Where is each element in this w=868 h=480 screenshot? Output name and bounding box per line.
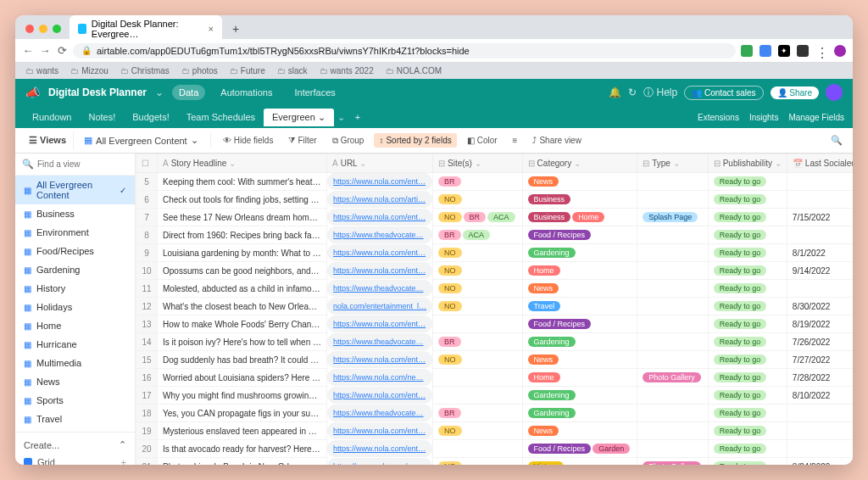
table-row[interactable]: 6 Check out tools for finding jobs, sett…	[136, 191, 854, 209]
cell-publishability[interactable]: Ready to go	[708, 387, 787, 405]
row-number[interactable]: 14	[136, 333, 158, 351]
column-header[interactable]: ☐	[136, 154, 158, 173]
create-section[interactable]: Create...⌃	[15, 433, 135, 454]
cell-sites[interactable]: BR	[433, 405, 523, 422]
browser-tab[interactable]: Digital Desk Planner: Evergree… ×	[70, 15, 222, 42]
cell-type[interactable]	[637, 315, 709, 333]
cell-sites[interactable]: BR	[433, 173, 523, 191]
cell-type[interactable]	[637, 333, 709, 351]
add-table-button[interactable]: +	[348, 112, 367, 122]
cell-last-socialed[interactable]: 7/15/2022	[787, 209, 853, 226]
row-number[interactable]: 15	[136, 351, 158, 369]
cell-url[interactable]: https://www.nola.com/ent…	[327, 209, 432, 226]
row-number[interactable]: 16	[136, 369, 158, 387]
table-row[interactable]: 19 Mysterious enslaved teen appeared in …	[136, 422, 854, 440]
app-icon[interactable]: 📣	[25, 86, 40, 99]
cell-url[interactable]: https://www.nola.com/ent…	[327, 351, 432, 368]
cell-sites[interactable]: NO	[433, 298, 523, 315]
cell-last-socialed[interactable]	[787, 280, 853, 298]
row-number[interactable]: 19	[136, 422, 158, 440]
cell-headline[interactable]: Direct from 1960: Recipes bring back fam…	[158, 226, 327, 244]
row-number[interactable]: 17	[136, 387, 158, 405]
sidebar-search[interactable]: 🔍 ⚙	[15, 153, 135, 176]
cell-type[interactable]: Splash Page	[637, 209, 709, 226]
column-header[interactable]: ⊟Category ⌄	[522, 154, 637, 173]
sidebar-view-sports[interactable]: ▦Sports	[15, 391, 135, 410]
hide-fields-button[interactable]: 👁 Hide fields	[218, 133, 279, 148]
column-header[interactable]: ⊟Type ⌄	[637, 154, 709, 173]
cell-publishability[interactable]: Ready to go	[708, 422, 787, 440]
cell-type[interactable]	[637, 280, 709, 298]
column-header[interactable]: AURL ⌄	[327, 154, 433, 173]
sidebar-view-news[interactable]: ▦News	[15, 372, 135, 391]
cell-headline[interactable]: Mysterious enslaved teen appeared in a 1…	[158, 422, 327, 440]
cell-type[interactable]	[637, 262, 709, 280]
cell-headline[interactable]: Louisiana gardening by month: What to pl…	[158, 244, 327, 262]
cell-publishability[interactable]: Ready to go	[708, 351, 787, 369]
cell-sites[interactable]: NO	[433, 422, 523, 440]
cell-category[interactable]: Gardening	[522, 333, 637, 351]
cell-last-socialed[interactable]	[787, 422, 853, 440]
grid-area[interactable]: ☐AStory Headline ⌄AURL ⌄⊟Site(s) ⌄⊟Categ…	[136, 153, 853, 465]
share-button[interactable]: 👤 Share	[771, 87, 819, 99]
share-view-button[interactable]: ⤴ Share view	[527, 133, 586, 148]
row-number[interactable]: 9	[136, 244, 158, 262]
cell-category[interactable]: Gardening	[522, 405, 637, 422]
cell-category[interactable]: Food / Recipes	[522, 315, 637, 333]
cell-publishability[interactable]: Ready to go	[708, 191, 787, 209]
current-view[interactable]: ▦All Evergreen Content ⌄	[79, 131, 203, 149]
cell-sites[interactable]: NO	[433, 262, 523, 280]
cell-type[interactable]	[637, 422, 709, 440]
close-window[interactable]	[25, 25, 34, 33]
sidebar-view-travel[interactable]: ▦Travel	[15, 410, 135, 428]
table-row[interactable]: 10 Opossums can be good neighbors, and d…	[136, 262, 854, 280]
group-button[interactable]: ⧉ Group	[327, 133, 370, 148]
sidebar-view-gardening[interactable]: ▦Gardening	[15, 260, 135, 279]
table-row[interactable]: 7 See these 17 New Orleans dream homes, …	[136, 209, 854, 226]
row-number[interactable]: 13	[136, 315, 158, 333]
cell-last-socialed[interactable]: 8/24/2022	[787, 458, 853, 466]
sidebar-view-environment[interactable]: ▦Environment	[15, 223, 135, 242]
maximize-window[interactable]	[53, 25, 61, 33]
cell-category[interactable]: Gardening	[522, 387, 637, 405]
cell-type[interactable]	[637, 226, 709, 244]
cell-last-socialed[interactable]	[787, 173, 853, 191]
cell-publishability[interactable]: Ready to go	[708, 369, 787, 387]
cell-headline[interactable]: Photos: Lincoln Beach in New Orleans; Th…	[158, 458, 327, 466]
table-row[interactable]: 15 Dog suddenly has bad breath? It could…	[136, 351, 854, 369]
table-row[interactable]: 21 Photos: Lincoln Beach in New Orleans;…	[136, 458, 854, 466]
cell-type[interactable]	[637, 387, 709, 405]
row-height-button[interactable]: ≡	[508, 133, 523, 148]
table-row[interactable]: 8 Direct from 1960: Recipes bring back f…	[136, 226, 854, 244]
cell-publishability[interactable]: Ready to go	[708, 173, 787, 191]
cell-sites[interactable]: BR	[433, 333, 523, 351]
cell-last-socialed[interactable]: 8/1/2022	[787, 244, 853, 262]
table-row[interactable]: 12 What's the closest beach to New Orlea…	[136, 298, 854, 315]
cell-sites[interactable]: NO	[433, 280, 523, 298]
column-header[interactable]: AStory Headline ⌄	[158, 154, 327, 173]
cell-headline[interactable]: How to make Whole Foods' Berry Chantilly…	[158, 315, 327, 333]
cell-headline[interactable]: What's the closest beach to New Orleans?…	[158, 298, 327, 315]
table-row[interactable]: 18 Yes, you CAN propagate figs in your s…	[136, 405, 854, 422]
cell-url[interactable]: https://www.nola.com/ent…	[327, 315, 432, 332]
table-row[interactable]: 14 Is it poison ivy? Here's how to tell …	[136, 333, 854, 351]
cell-type[interactable]	[637, 191, 709, 209]
table-row[interactable]: 16 Worried about Louisiana spiders? Here…	[136, 369, 854, 387]
cell-headline[interactable]: See these 17 New Orleans dream homes, fr…	[158, 209, 327, 226]
cell-sites[interactable]: NO	[433, 244, 523, 262]
sidebar-view-home[interactable]: ▦Home	[15, 316, 135, 335]
bookmark-item[interactable]: 🗀NOLA.COM	[386, 66, 442, 75]
cell-publishability[interactable]: Ready to go	[708, 209, 787, 226]
cell-category[interactable]: News	[522, 422, 637, 440]
bookmark-item[interactable]: 🗀photos	[181, 66, 218, 75]
cell-last-socialed[interactable]	[787, 191, 853, 209]
cell-sites[interactable]: NO	[433, 351, 523, 369]
cell-headline[interactable]: Molested, abducted as a child in infamou…	[158, 280, 327, 298]
sidebar-view-multimedia[interactable]: ▦Multimedia	[15, 354, 135, 372]
cell-last-socialed[interactable]: 8/30/2022	[787, 298, 853, 315]
bookmark-item[interactable]: 🗀wants	[25, 66, 58, 75]
cell-category[interactable]: Travel	[522, 298, 637, 315]
ext-icon[interactable]	[741, 45, 753, 57]
cell-publishability[interactable]: Ready to go	[708, 333, 787, 351]
cell-last-socialed[interactable]: 9/14/2022	[787, 262, 853, 280]
